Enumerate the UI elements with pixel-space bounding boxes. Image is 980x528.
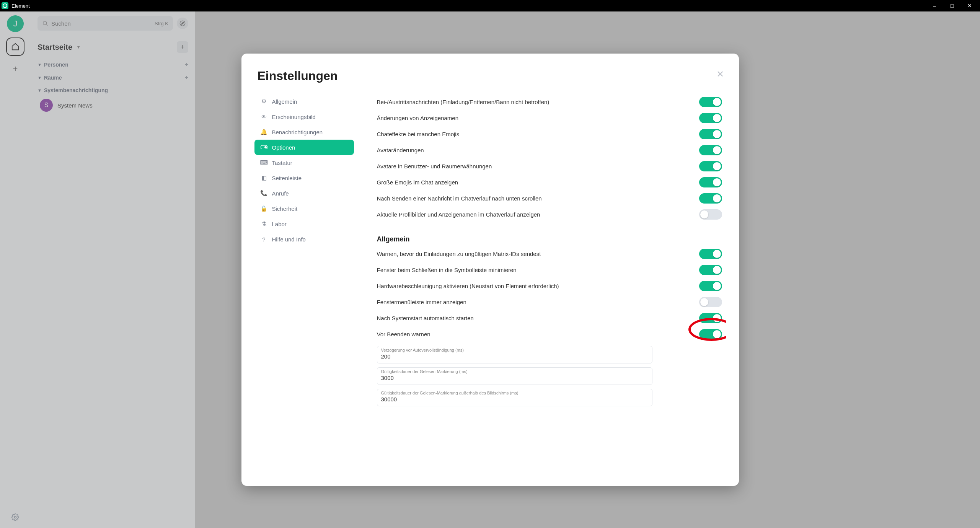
setting-row: Fenster beim Schließen in die Symbolleis… xyxy=(377,262,722,278)
gear-icon: ⚙ xyxy=(261,98,267,105)
setting-row: Avataränderungen xyxy=(377,142,722,158)
setting-row: Vor Beenden warnen xyxy=(377,326,722,342)
tab-allgemein[interactable]: ⚙Allgemein xyxy=(254,94,354,109)
number-field: Gültigkeitsdauer der Gelesen-Markierung … xyxy=(377,367,652,385)
setting-label: Nach Systemstart automatisch starten xyxy=(377,315,481,321)
toggle-switch[interactable] xyxy=(699,161,722,171)
svg-point-6 xyxy=(264,146,267,148)
tab-seitenleiste[interactable]: ◧Seitenleiste xyxy=(254,170,354,186)
tab-erscheinungsbild[interactable]: 👁Erscheinungsbild xyxy=(254,109,354,124)
tab-label: Labor xyxy=(272,221,287,227)
tab-label: Benachrichtigungen xyxy=(272,129,323,135)
toggle-switch[interactable] xyxy=(699,329,722,339)
tab-tastatur[interactable]: ⌨Tastatur xyxy=(254,155,354,170)
window-close-button[interactable]: ✕ xyxy=(961,0,978,11)
setting-row: Fenstermenüleiste immer anzeigen xyxy=(377,294,722,310)
setting-label: Chateffekte bei manchen Emojis xyxy=(377,131,467,137)
setting-row: Warnen, bevor du Einladungen zu ungültig… xyxy=(377,246,722,262)
setting-label: Aktuelle Profilbilder und Anzeigenamen i… xyxy=(377,211,548,218)
section-heading-allgemein: Allgemein xyxy=(377,235,722,243)
toggle-switch[interactable] xyxy=(699,313,722,323)
toggle-switch[interactable] xyxy=(699,193,722,204)
tab-label: Hilfe und Info xyxy=(272,236,306,243)
setting-label: Vor Beenden warnen xyxy=(377,331,438,337)
setting-label: Bei-/Austrittsnachrichten (Einladung/Ent… xyxy=(377,99,557,105)
tab-optionen[interactable]: Optionen xyxy=(254,140,354,155)
number-field: Verzögerung vor Autovervollständigung (m… xyxy=(377,346,652,363)
setting-row: Änderungen von Anzeigenamen xyxy=(377,110,722,126)
setting-label: Fenstermenüleiste immer anzeigen xyxy=(377,299,474,305)
setting-row: Chateffekte bei manchen Emojis xyxy=(377,126,722,142)
dialog-close-button[interactable]: ✕ xyxy=(714,69,726,80)
toggle-switch[interactable] xyxy=(699,177,722,187)
setting-label: Fenster beim Schließen in die Symbolleis… xyxy=(377,267,524,273)
toggle-knob xyxy=(713,330,721,338)
toggle-switch[interactable] xyxy=(699,265,722,275)
setting-label: Warnen, bevor du Einladungen zu ungültig… xyxy=(377,251,549,257)
tab-label: Allgemein xyxy=(272,98,297,105)
toggle-knob xyxy=(713,178,721,186)
lock-icon: 🔒 xyxy=(261,205,267,212)
toggle-switch[interactable] xyxy=(699,97,722,107)
setting-label: Nach Senden einer Nachricht im Chatverla… xyxy=(377,195,550,202)
window-titlebar: Element – □ ✕ xyxy=(0,0,980,11)
settings-tablist: ⚙Allgemein 👁Erscheinungsbild 🔔Benachrich… xyxy=(254,92,354,473)
toggle-knob xyxy=(713,130,721,138)
tab-anrufe[interactable]: 📞Anrufe xyxy=(254,186,354,201)
settings-dialog: Einstellungen ✕ ⚙Allgemein 👁Erscheinungs… xyxy=(241,54,739,486)
toggle-switch[interactable] xyxy=(699,297,722,307)
toggle-switch[interactable] xyxy=(699,129,722,139)
toggle-knob xyxy=(713,314,721,322)
window-maximize-button[interactable]: □ xyxy=(943,0,961,11)
field-label: Gültigkeitsdauer der Gelesen-Markierung … xyxy=(381,369,648,374)
field-label: Verzögerung vor Autovervollständigung (m… xyxy=(381,348,648,352)
window-title: Element xyxy=(11,3,926,9)
keyboard-icon: ⌨ xyxy=(261,159,267,166)
tab-hilfe[interactable]: ?Hilfe und Info xyxy=(254,231,354,247)
tab-label: Sicherheit xyxy=(272,205,298,212)
setting-row: Große Emojis im Chat anzeigen xyxy=(377,174,722,190)
sidebar-icon: ◧ xyxy=(261,174,267,181)
toggle-knob xyxy=(713,114,721,122)
settings-scroll-panel[interactable]: Bei-/Austrittsnachrichten (Einladung/Ent… xyxy=(354,92,726,473)
toggle-switch[interactable] xyxy=(699,249,722,259)
setting-row: Nach Systemstart automatisch starten xyxy=(377,310,722,326)
flask-icon: ⚗ xyxy=(261,220,267,227)
tab-labor[interactable]: ⚗Labor xyxy=(254,216,354,231)
toggle-knob xyxy=(700,210,708,218)
app-icon xyxy=(2,2,8,9)
toggle-icon xyxy=(261,145,267,149)
setting-row: Aktuelle Profilbilder und Anzeigenamen i… xyxy=(377,206,722,222)
toggle-switch[interactable] xyxy=(699,209,722,220)
field-input[interactable] xyxy=(381,396,648,403)
setting-label: Hardwarebeschleunigung aktivieren (Neust… xyxy=(377,283,567,289)
field-label: Gültigkeitsdauer der Gelesen-Markierung … xyxy=(381,391,648,395)
setting-row: Bei-/Austrittsnachrichten (Einladung/Ent… xyxy=(377,94,722,110)
toggle-knob xyxy=(713,282,721,290)
field-input[interactable] xyxy=(381,375,648,381)
tab-benachrichtigungen[interactable]: 🔔Benachrichtigungen xyxy=(254,124,354,140)
toggle-knob xyxy=(700,298,708,306)
toggle-knob xyxy=(713,146,721,154)
toggle-switch[interactable] xyxy=(699,145,722,155)
setting-row: Nach Senden einer Nachricht im Chatverla… xyxy=(377,190,722,206)
bell-icon: 🔔 xyxy=(261,129,267,135)
dialog-title: Einstellungen xyxy=(258,69,338,83)
tab-label: Seitenleiste xyxy=(272,175,302,181)
setting-row: Hardwarebeschleunigung aktivieren (Neust… xyxy=(377,278,722,294)
setting-label: Große Emojis im Chat anzeigen xyxy=(377,179,466,186)
toggle-knob xyxy=(713,194,721,202)
modal-overlay: Einstellungen ✕ ⚙Allgemein 👁Erscheinungs… xyxy=(0,11,980,528)
number-field: Gültigkeitsdauer der Gelesen-Markierung … xyxy=(377,389,652,406)
toggle-knob xyxy=(713,266,721,274)
window-minimize-button[interactable]: – xyxy=(926,0,943,11)
toggle-switch[interactable] xyxy=(699,281,722,291)
tab-sicherheit[interactable]: 🔒Sicherheit xyxy=(254,201,354,216)
setting-label: Avataränderungen xyxy=(377,147,432,153)
setting-label: Änderungen von Anzeigenamen xyxy=(377,115,466,121)
phone-icon: 📞 xyxy=(261,190,267,197)
toggle-knob xyxy=(713,162,721,170)
tab-label: Optionen xyxy=(272,144,295,151)
field-input[interactable] xyxy=(381,353,648,360)
toggle-switch[interactable] xyxy=(699,113,722,123)
